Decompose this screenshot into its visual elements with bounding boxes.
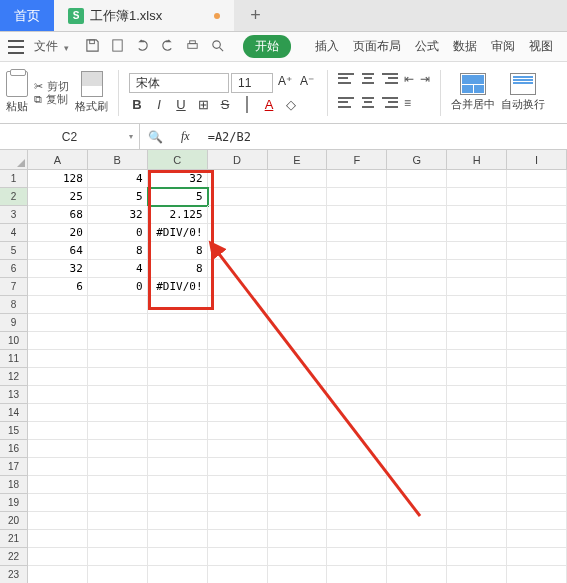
cell-F1[interactable] — [327, 170, 387, 188]
menu-review[interactable]: 审阅 — [491, 38, 515, 55]
cell-A11[interactable] — [28, 350, 88, 368]
cell-F7[interactable] — [327, 278, 387, 296]
cell-G9[interactable] — [387, 314, 447, 332]
cell-C14[interactable] — [148, 404, 208, 422]
name-box[interactable]: C2 — [0, 124, 140, 149]
cell-D20[interactable] — [208, 512, 268, 530]
cell-G1[interactable] — [387, 170, 447, 188]
cell-C2[interactable]: 5 — [148, 188, 208, 206]
copy-button[interactable]: 复制 — [34, 93, 69, 106]
cell-H11[interactable] — [447, 350, 507, 368]
cell-D15[interactable] — [208, 422, 268, 440]
cell-E5[interactable] — [268, 242, 328, 260]
cell-I22[interactable] — [507, 548, 567, 566]
cell-E19[interactable] — [268, 494, 328, 512]
search-icon[interactable] — [210, 38, 225, 56]
cell-A7[interactable]: 6 — [28, 278, 88, 296]
cell-D19[interactable] — [208, 494, 268, 512]
cell-E6[interactable] — [268, 260, 328, 278]
cell-B12[interactable] — [88, 368, 148, 386]
cell-F10[interactable] — [327, 332, 387, 350]
cell-B14[interactable] — [88, 404, 148, 422]
cell-F23[interactable] — [327, 566, 387, 583]
menu-data[interactable]: 数据 — [453, 38, 477, 55]
cell-F9[interactable] — [327, 314, 387, 332]
cell-E7[interactable] — [268, 278, 328, 296]
cell-G4[interactable] — [387, 224, 447, 242]
align-right-button[interactable] — [382, 96, 398, 110]
cell-D18[interactable] — [208, 476, 268, 494]
cell-B22[interactable] — [88, 548, 148, 566]
row-header[interactable]: 16 — [0, 440, 28, 458]
cell-G3[interactable] — [387, 206, 447, 224]
cell-H8[interactable] — [447, 296, 507, 314]
cell-H3[interactable] — [447, 206, 507, 224]
cell-I21[interactable] — [507, 530, 567, 548]
cell-A5[interactable]: 64 — [28, 242, 88, 260]
cell-I5[interactable] — [507, 242, 567, 260]
spreadsheet-grid[interactable]: ABCDEFGHI 112843222555368322.1254200#DIV… — [0, 150, 567, 583]
cell-B15[interactable] — [88, 422, 148, 440]
cell-F22[interactable] — [327, 548, 387, 566]
cell-A21[interactable] — [28, 530, 88, 548]
cell-A13[interactable] — [28, 386, 88, 404]
cell-A8[interactable] — [28, 296, 88, 314]
cell-F20[interactable] — [327, 512, 387, 530]
col-header-B[interactable]: B — [88, 150, 148, 170]
cell-B11[interactable] — [88, 350, 148, 368]
cell-H10[interactable] — [447, 332, 507, 350]
cell-A16[interactable] — [28, 440, 88, 458]
cell-H9[interactable] — [447, 314, 507, 332]
cell-G7[interactable] — [387, 278, 447, 296]
cell-D5[interactable] — [208, 242, 268, 260]
cell-D21[interactable] — [208, 530, 268, 548]
cell-G21[interactable] — [387, 530, 447, 548]
row-header[interactable]: 23 — [0, 566, 28, 583]
row-header[interactable]: 10 — [0, 332, 28, 350]
cell-E18[interactable] — [268, 476, 328, 494]
cell-B4[interactable]: 0 — [88, 224, 148, 242]
cell-D14[interactable] — [208, 404, 268, 422]
cell-C8[interactable] — [148, 296, 208, 314]
cell-G19[interactable] — [387, 494, 447, 512]
cell-F4[interactable] — [327, 224, 387, 242]
cell-F11[interactable] — [327, 350, 387, 368]
cell-E8[interactable] — [268, 296, 328, 314]
cell-E9[interactable] — [268, 314, 328, 332]
row-header[interactable]: 1 — [0, 170, 28, 188]
menu-view[interactable]: 视图 — [529, 38, 553, 55]
col-header-F[interactable]: F — [327, 150, 387, 170]
cut-button[interactable]: 剪切 — [34, 80, 69, 93]
cell-H17[interactable] — [447, 458, 507, 476]
row-header[interactable]: 15 — [0, 422, 28, 440]
tab-workbook[interactable]: S 工作簿1.xlsx — [54, 0, 234, 31]
menu-start[interactable]: 开始 — [243, 35, 291, 58]
cell-A2[interactable]: 25 — [28, 188, 88, 206]
cell-C10[interactable] — [148, 332, 208, 350]
cell-H13[interactable] — [447, 386, 507, 404]
cell-I13[interactable] — [507, 386, 567, 404]
cell-E1[interactable] — [268, 170, 328, 188]
cell-B5[interactable]: 8 — [88, 242, 148, 260]
cell-F5[interactable] — [327, 242, 387, 260]
cell-B16[interactable] — [88, 440, 148, 458]
cell-E17[interactable] — [268, 458, 328, 476]
cell-F8[interactable] — [327, 296, 387, 314]
cell-D12[interactable] — [208, 368, 268, 386]
col-header-G[interactable]: G — [387, 150, 447, 170]
align-top-button[interactable] — [338, 72, 354, 86]
cell-A18[interactable] — [28, 476, 88, 494]
cell-D6[interactable] — [208, 260, 268, 278]
cell-H23[interactable] — [447, 566, 507, 583]
cell-D23[interactable] — [208, 566, 268, 583]
cell-I8[interactable] — [507, 296, 567, 314]
cell-D17[interactable] — [208, 458, 268, 476]
cell-H1[interactable] — [447, 170, 507, 188]
cell-G6[interactable] — [387, 260, 447, 278]
cell-G20[interactable] — [387, 512, 447, 530]
cell-E22[interactable] — [268, 548, 328, 566]
cell-B17[interactable] — [88, 458, 148, 476]
cell-I4[interactable] — [507, 224, 567, 242]
cell-G11[interactable] — [387, 350, 447, 368]
row-header[interactable]: 21 — [0, 530, 28, 548]
